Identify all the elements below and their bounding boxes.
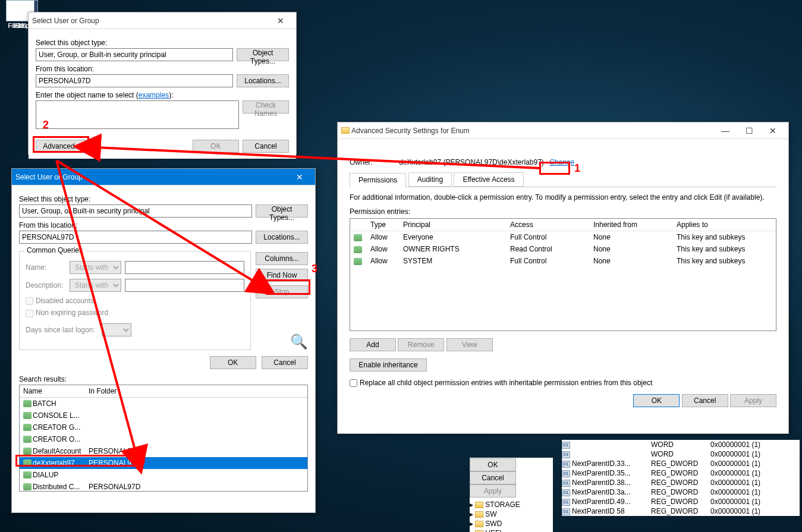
object-types-button[interactable]: Object Types... [237, 48, 289, 61]
change-owner-link[interactable]: Change [549, 158, 574, 166]
object-types-button[interactable]: Object Types... [256, 204, 308, 218]
maximize-button[interactable]: ☐ [737, 126, 761, 136]
owner-label: Owner: [350, 158, 397, 166]
perm-row[interactable]: AllowSYSTEMFull ControlNoneThis key and … [350, 255, 776, 267]
close-button[interactable]: ✕ [288, 172, 312, 182]
cancel-button[interactable]: Cancel [682, 394, 728, 407]
result-row-selected[interactable]: deXxterlab97PERSONAL97D [20, 457, 307, 469]
tree-item[interactable]: ▸ UEFI [470, 528, 553, 532]
tree-item[interactable]: ▸ STORAGE [470, 500, 553, 509]
advanced-button[interactable]: Advanced... [36, 140, 88, 153]
examples-link[interactable]: examples [139, 91, 169, 99]
description-input [125, 279, 244, 292]
common-queries-label: Common Queries [24, 246, 85, 254]
stop-button: Stop [256, 285, 308, 298]
result-row[interactable]: Distributed C...PERSONAL97D [20, 481, 307, 492]
reg-row: 01WORD0x00000001 (1) [562, 440, 800, 449]
close-button[interactable]: ✕ [269, 16, 293, 26]
days-since-label: Days since last logon: [26, 326, 95, 334]
check-names-button: Check Names [243, 100, 289, 114]
select-user-dialog-advanced: Select User or Group ✕ Select this objec… [11, 168, 316, 513]
location-label: From this location: [36, 65, 289, 73]
days-since-select [102, 323, 131, 336]
replace-checkbox[interactable] [350, 379, 357, 387]
locations-button[interactable]: Locations... [237, 74, 289, 87]
titlebar[interactable]: Select User or Group ✕ [29, 12, 296, 29]
name-label: Name: [26, 263, 66, 272]
permission-entries[interactable]: TypePrincipalAccessInherited fromApplies… [350, 218, 776, 331]
entries-label: Permission entries: [350, 207, 776, 216]
search-icon: 🔍 [256, 333, 308, 350]
perm-row[interactable]: AllowOWNER RIGHTSRead ControlNoneThis ke… [350, 243, 776, 255]
result-row[interactable]: CREATOR O... [20, 433, 307, 445]
result-row[interactable]: CONSOLE L... [20, 410, 307, 421]
result-row[interactable]: DIALUP [20, 469, 307, 481]
titlebar[interactable]: Advanced Security Settings for Enum — ☐ … [338, 122, 788, 139]
owner-value: deXxterlab97 (PERSONAL97D\deXxterlab97) [399, 158, 543, 166]
location-field [36, 74, 233, 87]
desc-match-select: Starts with [70, 279, 121, 292]
inner-cancel[interactable]: Cancel [470, 471, 516, 484]
name-match-select: Starts with [70, 261, 121, 274]
view-button: View [446, 338, 493, 351]
registry-tree[interactable]: OK Cancel Apply ▸ STORAGE ▸ SW ▸ SWD ▸ U… [470, 458, 553, 532]
inner-ok[interactable]: OK [470, 458, 516, 471]
object-type-label: Select this object type: [19, 195, 308, 203]
locations-button[interactable]: Locations... [256, 231, 308, 244]
name-input [125, 261, 244, 274]
registry-values: 01WORD0x00000001 (1) 01WORD0x00000001 (1… [562, 440, 800, 516]
tab-auditing[interactable]: Auditing [408, 172, 452, 187]
tree-item[interactable]: ▸ SWD [470, 519, 553, 528]
close-button[interactable]: ✕ [761, 126, 785, 136]
remove-button: Remove [398, 338, 444, 351]
replace-label: Replace all child object permission entr… [360, 379, 652, 387]
perm-row[interactable]: AllowEveryoneFull ControlNoneThis key an… [350, 231, 776, 244]
object-type-field [19, 204, 252, 218]
object-name-input[interactable] [36, 100, 239, 129]
result-row[interactable]: BATCH [20, 397, 307, 410]
window-title: Advanced Security Settings for Enum [351, 127, 713, 135]
cancel-button[interactable]: Cancel [243, 140, 289, 153]
info-text: For additional information, double-click… [350, 193, 776, 202]
result-row[interactable]: CREATOR G... [20, 421, 307, 433]
columns-button[interactable]: Columns... [256, 252, 308, 265]
location-label: From this location: [19, 221, 308, 229]
tab-effective-access[interactable]: Effective Access [454, 172, 523, 187]
object-type-field [36, 48, 233, 61]
disabled-accounts-checkbox [26, 297, 33, 305]
minimize-button[interactable]: — [713, 126, 737, 136]
location-field [19, 231, 252, 244]
ok-button: OK [193, 140, 239, 153]
enable-inheritance-button[interactable]: Enable inheritance [350, 358, 427, 372]
tree-item[interactable]: ▸ SW [470, 509, 553, 519]
folder-icon [341, 127, 350, 134]
ok-button[interactable]: OK [633, 394, 680, 407]
find-now-button[interactable]: Find Now [256, 269, 308, 282]
tab-permissions[interactable]: Permissions [350, 173, 406, 187]
dialog-title: Select User or Group [32, 17, 269, 25]
titlebar[interactable]: Select User or Group ✕ [12, 169, 315, 185]
result-row[interactable]: DefaultAccountPERSONAL97D [20, 445, 307, 457]
select-user-dialog-small: Select User or Group ✕ Select this objec… [28, 12, 297, 155]
non-expiring-checkbox [26, 310, 33, 317]
dialog-title: Select User or Group [15, 173, 288, 181]
inner-apply: Apply [470, 484, 516, 498]
apply-button: Apply [730, 394, 776, 407]
object-type-label: Select this object type: [36, 39, 289, 47]
search-results-label: Search results: [19, 375, 308, 383]
search-results-list[interactable]: NameIn Folder BATCH CONSOLE L... CREATOR… [19, 385, 308, 492]
advanced-security-window: Advanced Security Settings for Enum — ☐ … [337, 122, 789, 434]
add-button[interactable]: Add [350, 338, 396, 351]
ok-button[interactable]: OK [210, 356, 256, 369]
description-label: Description: [26, 281, 66, 289]
enter-name-label: Enter the object name to select (example… [36, 91, 289, 99]
cancel-button[interactable]: Cancel [262, 356, 308, 369]
tabs: Permissions Auditing Effective Access [350, 172, 776, 187]
